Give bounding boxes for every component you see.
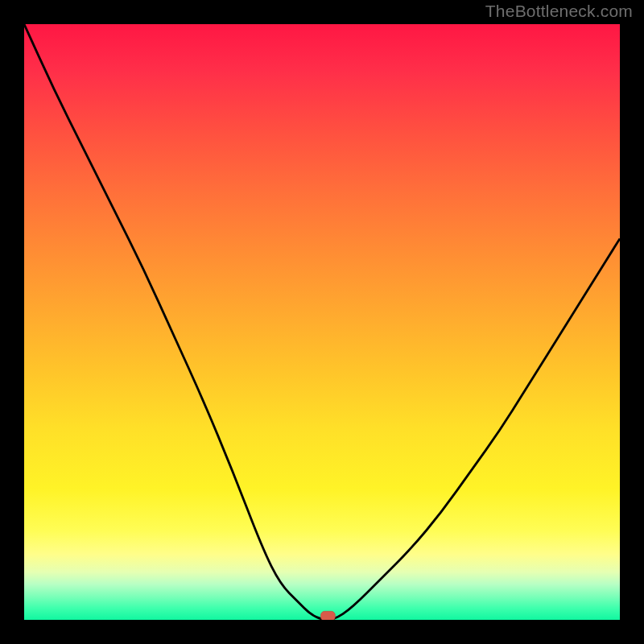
chart-frame: TheBottleneck.com bbox=[0, 0, 644, 644]
watermark-text: TheBottleneck.com bbox=[485, 2, 633, 21]
gradient-plot-area bbox=[24, 24, 620, 620]
